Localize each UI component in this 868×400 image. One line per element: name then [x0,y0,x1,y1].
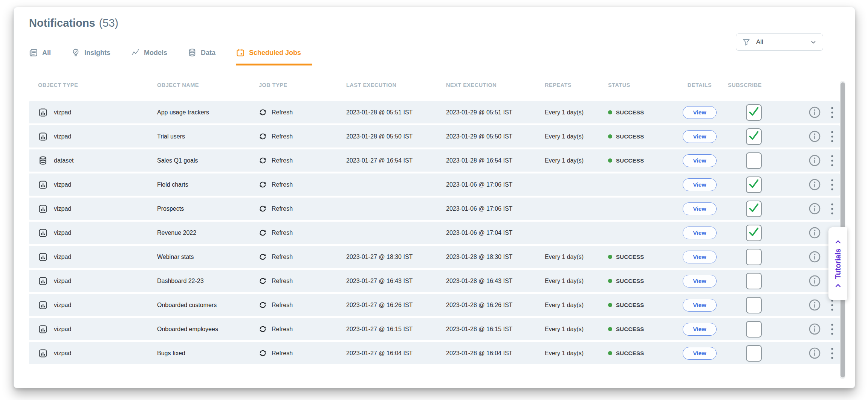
subscribe-checkbox[interactable] [746,345,762,362]
tutorials-side-tab[interactable]: Tutorials [828,227,847,300]
table-row: vizpad Bugs fixed Refresh 2023-01-27 @ 1… [29,342,840,364]
object-name-label: Sales Q1 goals [157,157,259,164]
filter-dropdown[interactable]: All [736,33,823,51]
kebab-menu-icon[interactable] [831,323,834,336]
info-icon[interactable] [808,202,821,215]
view-button[interactable]: View [683,347,716,360]
refresh-icon [259,277,267,285]
check-icon [747,105,760,118]
view-button[interactable]: View [683,323,716,336]
table-row: vizpad Onboarded employees Refresh 2023-… [29,318,840,340]
column-header: OBJECT TYPE [29,82,157,88]
tab-data[interactable]: Data [188,48,215,65]
info-icon[interactable] [808,299,821,311]
info-icon[interactable] [808,251,821,263]
subscribe-checkbox[interactable] [746,128,762,145]
object-type-label: vizpad [54,133,71,140]
info-icon[interactable] [808,130,821,143]
tab-all[interactable]: All [29,48,51,65]
next-execution: 2023-01-28 @ 16:15 IST [446,326,545,333]
subscribe-checkbox[interactable] [746,225,762,241]
object-name-label: Onboarded customers [157,302,259,309]
job-type-label: Refresh [272,230,293,236]
kebab-menu-icon[interactable] [831,130,834,143]
last-execution: 2023-01-27 @ 16:26 IST [346,302,446,309]
column-header: NEXT EXECUTION [446,82,545,88]
last-execution: 2023-01-27 @ 18:30 IST [346,254,446,260]
status-dot-icon [608,303,612,307]
subscribe-checkbox[interactable] [746,321,762,338]
kebab-menu-icon[interactable] [831,154,834,167]
status-label: SUCCESS [616,254,644,260]
next-execution: 2023-01-06 @ 17:06 IST [446,205,545,212]
subscribe-checkbox[interactable] [746,104,762,121]
subscribe-checkbox[interactable] [746,176,762,193]
vizpad-icon [38,228,48,238]
subscribe-checkbox[interactable] [746,297,762,313]
status-label: SUCCESS [616,157,644,164]
tab-scheduled-jobs[interactable]: Scheduled Jobs [236,48,301,65]
status-cell: SUCCESS [608,109,671,116]
refresh-icon [259,108,267,116]
info-icon[interactable] [808,347,821,359]
status-label: SUCCESS [616,326,644,332]
object-type-label: vizpad [54,230,71,236]
info-icon[interactable] [808,275,821,287]
view-button[interactable]: View [683,299,716,312]
check-icon [747,178,760,190]
table-row: vizpad Webinar stats Refresh 2023-01-27 … [29,246,840,268]
object-type-label: vizpad [54,205,71,212]
subscribe-checkbox[interactable] [746,152,762,169]
view-button[interactable]: View [683,275,716,287]
view-button[interactable]: View [683,154,716,167]
next-execution: 2023-01-28 @ 16:26 IST [446,302,545,309]
status-dot-icon [608,158,612,163]
tab-insights[interactable]: Insights [71,48,110,65]
info-icon[interactable] [808,106,821,119]
object-name-label: Field charts [157,181,259,188]
view-button[interactable]: View [683,202,716,215]
status-cell: SUCCESS [608,302,671,308]
table-row: vizpad App usage trackers Refresh 2023-0… [29,101,840,123]
subscribe-checkbox[interactable] [746,249,762,265]
status-label: SUCCESS [616,278,644,284]
vizpad-icon [38,324,48,334]
object-type-label: vizpad [54,350,71,357]
object-type-label: vizpad [54,109,71,116]
info-icon[interactable] [808,154,821,167]
tab-models[interactable]: Models [131,48,167,65]
object-name-label: Revenue 2022 [157,230,259,236]
status-cell: SUCCESS [608,157,671,164]
subscribe-checkbox[interactable] [746,201,762,217]
vizpad-icon [38,180,48,190]
check-icon [747,226,760,239]
repeats: Every 1 day(s) [545,302,608,309]
view-button[interactable]: View [683,130,716,143]
info-icon[interactable] [808,178,821,191]
kebab-menu-icon[interactable] [831,106,834,119]
kebab-menu-icon[interactable] [831,202,834,215]
kebab-menu-icon[interactable] [831,178,834,191]
status-label: SUCCESS [616,109,644,116]
kebab-menu-icon[interactable] [831,299,834,312]
info-icon[interactable] [808,227,821,239]
object-type-label: vizpad [54,326,71,333]
info-icon[interactable] [808,323,821,335]
view-button[interactable]: View [683,227,716,239]
line-chart-icon [131,48,140,57]
object-name-label: Webinar stats [157,254,259,260]
subscribe-checkbox[interactable] [746,273,762,289]
view-button[interactable]: View [683,106,716,119]
kebab-menu-icon[interactable] [831,347,834,360]
status-dot-icon [608,351,612,355]
last-execution: 2023-01-27 @ 16:43 IST [346,278,446,284]
vizpad-icon [38,252,48,262]
job-type-label: Refresh [272,278,293,284]
database-icon [188,48,197,57]
view-button[interactable]: View [683,251,716,263]
next-execution: 2023-01-06 @ 17:04 IST [446,230,545,236]
object-name-label: Bugs fixed [157,350,259,357]
status-label: SUCCESS [616,302,644,308]
status-label: SUCCESS [616,350,644,356]
view-button[interactable]: View [683,178,716,191]
